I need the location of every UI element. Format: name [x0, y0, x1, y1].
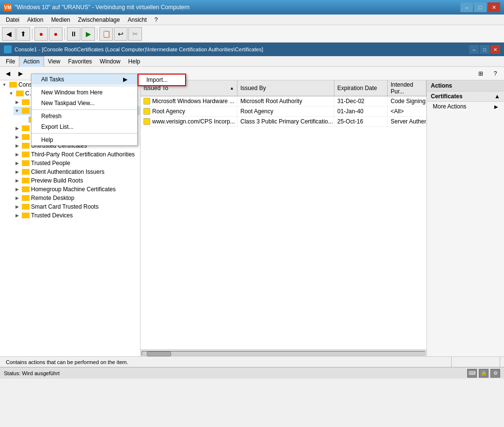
- toolbar-sep-2: [64, 28, 65, 40]
- cell-value-issued-to-2: www.verisign.com/CPS Incorp...: [152, 118, 235, 125]
- cell-expiration-2: 25-Oct-16: [334, 117, 388, 126]
- cell-issued-by-2: Class 3 Public Primary Certificatio...: [237, 117, 334, 126]
- mmc-window[interactable]: Window: [96, 56, 125, 67]
- top-toolbar: ◀ ⬆ ● ● ⏸ ▶ 📋 ↩ ✂: [0, 25, 504, 43]
- toolbar-btn-pause[interactable]: ⏸: [67, 27, 80, 41]
- ei-td: ▶: [14, 203, 20, 210]
- actions-more[interactable]: More Actions ▶: [427, 102, 504, 111]
- table-row[interactable]: www.verisign.com/CPS Incorp... Class 3 P…: [141, 117, 426, 127]
- ctx-new-window[interactable]: New Window from Here: [32, 87, 137, 98]
- toolbar-btn-undo[interactable]: ↩: [114, 27, 127, 41]
- menu-medien[interactable]: Medien: [47, 15, 74, 25]
- cell-expiration-0: 31-Dec-02: [334, 96, 388, 106]
- h-scrollbar[interactable]: [141, 350, 426, 356]
- ctx-new-taskpad-label: New Taskpad View...: [41, 100, 94, 107]
- col-issued-by[interactable]: Issued By: [237, 80, 334, 96]
- console-close[interactable]: ✕: [490, 45, 500, 54]
- mmc-help-btn[interactable]: ?: [488, 68, 502, 79]
- ctx-all-tasks[interactable]: All Tasks ▶: [32, 74, 137, 85]
- cell-value-issued-by-2: Class 3 Public Primary Certificatio...: [240, 118, 333, 125]
- ctx-help[interactable]: Help: [32, 135, 137, 145]
- status-main-section: Contains actions that can be performed o…: [4, 357, 452, 367]
- tree-item-win-live[interactable]: ▶ Trusted Devices: [0, 211, 140, 220]
- col-intended[interactable]: Intended Pur...: [388, 80, 426, 96]
- toolbar-btn-play[interactable]: ▶: [81, 27, 95, 41]
- cert-icon-1: [143, 108, 150, 115]
- status-extra: [452, 357, 500, 367]
- ei-sctr: ▶: [14, 195, 20, 201]
- cell-issued-to-1: Root Agency: [141, 107, 237, 116]
- close-button[interactable]: ✕: [488, 2, 500, 12]
- toolbar-btn-clipboard[interactable]: 📋: [99, 27, 113, 41]
- console-maximize[interactable]: □: [480, 45, 489, 54]
- ei-tpeople: ▶: [14, 151, 20, 158]
- toolbar-sep-3: [97, 28, 97, 40]
- h-scrollbar-thumb[interactable]: [147, 351, 171, 356]
- tree-item-homegroup[interactable]: ▶ Preview Build Roots: [0, 176, 140, 185]
- sub-menu-all-tasks: Import...: [138, 74, 186, 86]
- toolbar-sep-1: [32, 28, 32, 40]
- ei-pbr: ▶: [14, 168, 20, 175]
- console-icon: [4, 46, 12, 53]
- vm-status-text: Status: Wird ausgeführt: [4, 370, 60, 376]
- tree-item-smart-card[interactable]: ▶ Remote Desktop: [0, 194, 140, 202]
- ctx-new-taskpad[interactable]: New Taskpad View...: [32, 98, 137, 108]
- menu-datei[interactable]: Datei: [2, 15, 23, 25]
- maximize-button[interactable]: □: [474, 2, 487, 12]
- cell-value-issued-by-0: Microsoft Root Authority: [240, 98, 302, 105]
- cell-expiration-1: 01-Jan-40: [334, 107, 388, 116]
- tree-item-trusted-people[interactable]: ▶ Third-Party Root Certification Authori…: [0, 150, 140, 159]
- ei-certs: [20, 116, 27, 123]
- minimize-button[interactable]: –: [460, 2, 473, 12]
- ctx-help-label: Help: [41, 137, 53, 143]
- tree-item-remote-desktop[interactable]: ▶ Homegroup Machine Certificates: [0, 185, 140, 194]
- col-issued-by-label: Issued By: [240, 85, 266, 92]
- expand-icon-c: ▼: [8, 90, 15, 97]
- toolbar-btn-1[interactable]: ◀: [2, 27, 16, 41]
- tree-item-client-auth[interactable]: ▶ Trusted People: [0, 159, 140, 168]
- toolbar-btn-2[interactable]: ⬆: [16, 27, 30, 41]
- mmc-help[interactable]: Help: [125, 56, 144, 67]
- mmc-favorites[interactable]: Favorites: [64, 56, 96, 67]
- col-expiration[interactable]: Expiration Date: [334, 80, 388, 96]
- ctx-all-tasks-label: All Tasks: [41, 76, 64, 83]
- title-bar-left: VM "Windows 10" auf "URANUS" - Verbindun…: [4, 3, 189, 11]
- cell-issued-to-2: www.verisign.com/CPS Incorp...: [141, 117, 237, 126]
- cert-icon-0: [143, 98, 150, 105]
- console-title-text: Console1 - [Console Root\Certificates (L…: [15, 46, 263, 52]
- mmc-action[interactable]: Action: [19, 56, 44, 67]
- mmc-show-hide-btn[interactable]: ⊞: [474, 68, 488, 79]
- table-row[interactable]: Root Agency Root Agency 01-Jan-40 <All>: [141, 107, 426, 117]
- ctx-refresh[interactable]: Refresh: [32, 111, 137, 122]
- mmc-file[interactable]: File: [2, 56, 19, 67]
- fi-tr: [22, 99, 30, 105]
- actions-sub-header-label: Certificates: [431, 93, 462, 100]
- toolbar-btn-4[interactable]: ●: [49, 27, 63, 41]
- context-menu-action: All Tasks ▶ New Window from Here New Tas…: [31, 74, 138, 146]
- menu-help-top[interactable]: ?: [151, 15, 162, 25]
- ctx-new-window-label: New Window from Here: [41, 89, 103, 96]
- toolbar-btn-cut[interactable]: ✂: [128, 27, 142, 41]
- mmc-menu-bar: File Action View Favorites Window Help: [0, 56, 504, 67]
- table-row[interactable]: Microsoft Windows Hardware ... Microsoft…: [141, 96, 426, 107]
- tree-item-trusted-devices[interactable]: ▶ Smart Card Trusted Roots: [0, 202, 140, 211]
- menu-ansicht[interactable]: Ansicht: [124, 15, 150, 25]
- sub-menu-import[interactable]: Import...: [139, 75, 185, 85]
- status-text: Contains actions that can be performed o…: [6, 359, 128, 365]
- actions-sub-header[interactable]: Certificates ▲: [427, 92, 504, 102]
- menu-aktion[interactable]: Aktion: [23, 15, 47, 25]
- console-minimize[interactable]: –: [469, 45, 479, 54]
- settings-icon: ⚙: [490, 369, 500, 378]
- mmc-view[interactable]: View: [44, 56, 64, 67]
- mmc-back-btn[interactable]: ◀: [2, 68, 14, 79]
- toolbar-btn-3[interactable]: ●: [34, 27, 48, 41]
- tree-label-trusted-devices: Smart Card Trusted Roots: [31, 203, 98, 210]
- fi-sctr: [22, 195, 30, 201]
- mmc-forward-btn[interactable]: ▶: [15, 68, 26, 79]
- menu-zwischenablage[interactable]: Zwischenablage: [74, 15, 124, 25]
- cell-value-issued-by-1: Root Agency: [240, 108, 273, 115]
- ctx-refresh-label: Refresh: [41, 113, 62, 120]
- cell-value-issued-to-0: Microsoft Windows Hardware ...: [152, 98, 234, 105]
- ctx-export-list[interactable]: Export List...: [32, 122, 137, 132]
- tree-item-preview-build[interactable]: ▶ Client Authentication Issuers: [0, 168, 140, 176]
